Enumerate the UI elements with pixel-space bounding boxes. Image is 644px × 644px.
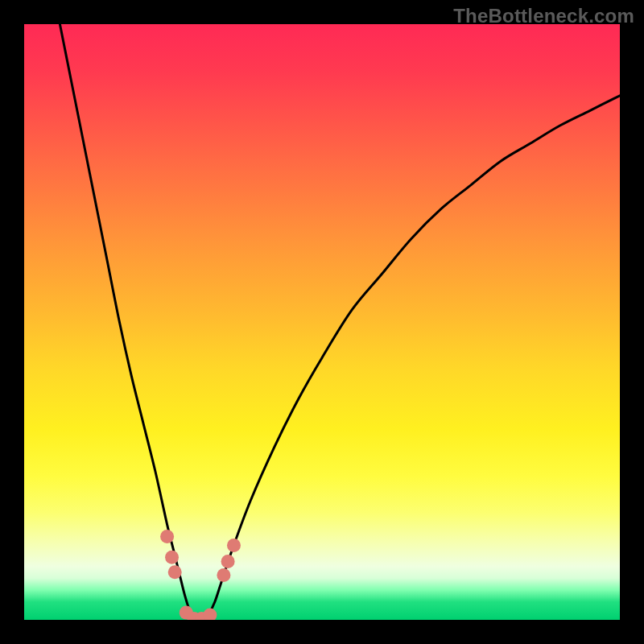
plot-area xyxy=(24,24,620,620)
data-point xyxy=(168,565,182,579)
data-point xyxy=(227,539,241,552)
data-point xyxy=(165,551,179,564)
bottleneck-curve xyxy=(60,24,620,620)
data-point xyxy=(217,568,230,582)
curve-svg xyxy=(24,24,620,620)
data-point xyxy=(160,530,174,543)
chart-frame: TheBottleneck.com xyxy=(0,0,644,644)
data-point xyxy=(203,609,217,620)
curve-layer xyxy=(60,24,620,620)
data-point xyxy=(221,555,235,568)
